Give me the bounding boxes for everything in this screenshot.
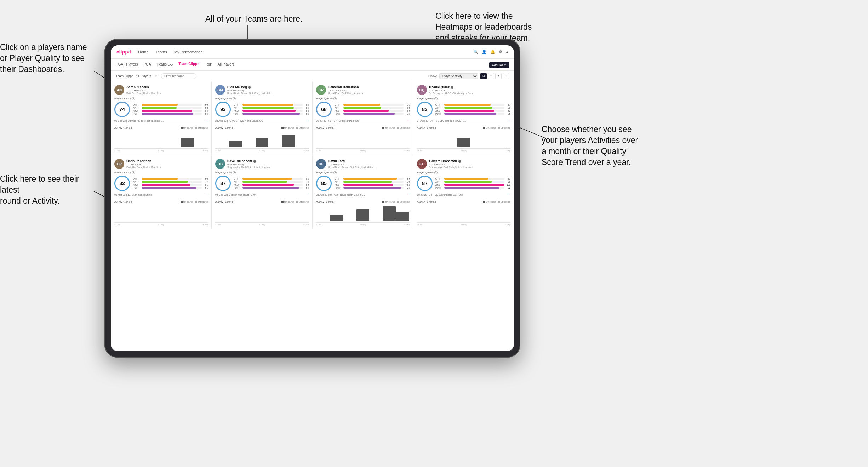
- player-name[interactable]: Aaron Nicholls: [126, 85, 208, 89]
- profile-icon[interactable]: 👤: [482, 50, 487, 54]
- bell-icon[interactable]: 🔔: [490, 50, 495, 54]
- quality-score[interactable]: 82: [114, 176, 130, 191]
- settings-icon[interactable]: ⚙: [499, 50, 502, 54]
- player-card: BM Blair McHarg Plus Handicap Royal Nort…: [212, 81, 312, 155]
- latest-round[interactable]: 02 Jul 23 | 59 (+17), Craigillar Park GC…: [316, 119, 410, 124]
- round-arrow[interactable]: →: [407, 193, 410, 197]
- nav-teams[interactable]: Teams: [156, 50, 167, 54]
- latest-round[interactable]: 03 Mar 23 | 19, Must make putting →: [114, 193, 208, 198]
- round-arrow[interactable]: →: [508, 119, 510, 123]
- activity-label: Activity · 1 Month: [114, 126, 133, 129]
- chart-dates: 31 Jul 21 Aug 4 Sep: [417, 149, 510, 152]
- round-arrow[interactable]: →: [306, 193, 309, 197]
- player-name[interactable]: Cameron Robertson: [328, 85, 410, 89]
- quality-label: Player Quality ?: [215, 171, 309, 174]
- player-name[interactable]: David Ford: [328, 159, 410, 163]
- filter-input[interactable]: [161, 73, 196, 79]
- player-card: AN Aaron Nicholls 11-15 Handicap Drift G…: [111, 81, 211, 155]
- chart-area: [114, 131, 208, 149]
- player-name[interactable]: Chris Robertson: [126, 159, 208, 163]
- chart-bars: [417, 131, 510, 147]
- tab-hcaps[interactable]: Hcaps 1-5: [157, 62, 173, 67]
- list-view-button[interactable]: ≡: [488, 73, 494, 79]
- round-arrow[interactable]: →: [205, 193, 208, 197]
- latest-round[interactable]: 02 Sep 23 | Sunrise round to get back in…: [114, 119, 208, 124]
- show-select[interactable]: Player Activity Quality Score Trend: [439, 73, 478, 79]
- latest-round[interactable]: 26 Aug 23 | 73 (+1), Royal North Devon G…: [215, 119, 309, 124]
- latest-round[interactable]: 04 Sep 23 | Mobility with coach, Gym →: [215, 193, 309, 198]
- search-icon[interactable]: 🔍: [473, 50, 478, 54]
- stats-list: OTT 89 APP 80 ARG 83 PUTT 96: [335, 177, 410, 189]
- quality-label: Player Quality ?: [114, 171, 208, 174]
- annotation-left-bottom: Click here to see their latestround or A…: [0, 173, 96, 206]
- grid-view-button[interactable]: ⊞: [480, 73, 487, 79]
- legend-on-course: On course: [483, 127, 496, 129]
- tab-all-players[interactable]: All Players: [218, 62, 234, 67]
- player-name[interactable]: Blair McHarg: [227, 85, 309, 89]
- latest-round[interactable]: 07 Aug 23 | 77 (+7), St George's Hill GC…: [417, 119, 510, 124]
- quality-section: 93 OTT 84 APP 85 ARG 88 PUTT 95: [215, 102, 309, 117]
- latest-round[interactable]: 26 Aug 23 | 84 (+12), Royal North Devon …: [316, 193, 410, 198]
- legend-off-course: Off course: [397, 127, 410, 129]
- filter-button[interactable]: ▼: [495, 73, 502, 79]
- quality-score[interactable]: 68: [316, 102, 332, 117]
- tab-tour[interactable]: Tour: [205, 62, 212, 67]
- quality-score[interactable]: 93: [215, 102, 231, 117]
- stats-list: OTT 82 APP 74 ARG 85 PUTT 94: [234, 177, 309, 189]
- stat-row-arg: ARG 81: [133, 183, 208, 186]
- stat-row-putt: PUTT 85: [133, 113, 208, 115]
- quality-label: Player Quality ?: [316, 97, 410, 100]
- tab-team-clippd[interactable]: Team Clippd: [178, 62, 199, 67]
- player-header: DB Dave Billingham Plus Handicap Sag Mag…: [215, 159, 309, 169]
- ipad-frame: clippd Home Teams My Performance 🔍 👤 🔔 ⚙…: [104, 39, 520, 358]
- quality-score[interactable]: 85: [316, 176, 332, 191]
- tab-pgat[interactable]: PGAT Players: [116, 62, 138, 67]
- tab-pga[interactable]: PGA: [143, 62, 151, 67]
- stat-row-app: APP 80: [435, 107, 510, 109]
- quality-score[interactable]: 83: [417, 102, 433, 117]
- player-name[interactable]: Edward Crossman: [429, 159, 510, 163]
- sort-button[interactable]: ↕: [503, 73, 509, 79]
- quality-label: Player Quality ?: [417, 171, 510, 174]
- chart-area: [417, 131, 510, 149]
- quality-label: Player Quality ?: [114, 97, 208, 100]
- player-name[interactable]: Dave Billingham: [227, 159, 309, 163]
- chart-area: [215, 131, 309, 149]
- quality-section: 85 OTT 89 APP 80 ARG 83 PUTT 96: [316, 176, 410, 191]
- activity-section: Activity · 1 Month On course Off course: [417, 200, 510, 226]
- chart-area: [114, 205, 208, 223]
- player-club: Sunningdale Golf Club, United Kingdom: [429, 166, 510, 169]
- annotation-left-top: Click on a players nameor Player Quality…: [0, 42, 92, 75]
- stats-list: OTT 60 APP 77 ARG 81 PUTT 91: [133, 177, 208, 189]
- player-handicap: Plus Handicap: [227, 163, 309, 166]
- quality-score[interactable]: 87: [215, 176, 231, 191]
- latest-round[interactable]: 18 Jul 23 | 74 (+3), Sunningdale GC - Ol…: [417, 193, 510, 198]
- nav-my-performance[interactable]: My Performance: [174, 50, 203, 54]
- legend-on-course: On course: [382, 201, 395, 203]
- chart-dates: 31 Jul 21 Aug 4 Sep: [316, 223, 410, 226]
- round-arrow[interactable]: →: [407, 119, 410, 123]
- player-info: Charlie Quick 6-10 Handicap St. George's…: [429, 85, 510, 95]
- player-name[interactable]: Charlie Quick: [429, 85, 510, 89]
- quality-section: 74 OTT 60 APP 58 ARG 84 PUTT 85: [114, 102, 208, 117]
- round-arrow[interactable]: →: [306, 119, 309, 123]
- activity-section: Activity · 1 Month On course Off course: [114, 126, 208, 152]
- stat-row-putt: PUTT 96: [335, 187, 410, 189]
- activity-section: Activity · 1 Month On course Off course: [215, 200, 309, 226]
- nav-home[interactable]: Home: [138, 50, 148, 54]
- avatar-icon[interactable]: ●: [506, 50, 508, 54]
- chart-bars: [417, 205, 510, 221]
- activity-legend: On course Off course: [281, 127, 309, 129]
- round-arrow[interactable]: →: [205, 119, 208, 123]
- nav-bar: clippd Home Teams My Performance 🔍 👤 🔔 ⚙…: [111, 45, 514, 59]
- edit-icon[interactable]: ✏: [155, 74, 158, 78]
- add-team-button[interactable]: Add Team: [489, 62, 509, 68]
- player-avatar: DB: [215, 159, 225, 169]
- chart-area: [417, 205, 510, 223]
- round-arrow[interactable]: →: [508, 193, 510, 197]
- quality-score[interactable]: 87: [417, 176, 433, 191]
- activity-section: Activity · 1 Month On course Off course: [114, 200, 208, 226]
- quality-score[interactable]: 74: [114, 102, 130, 117]
- stats-list: OTT 60 APP 58 ARG 84 PUTT 85: [133, 103, 208, 115]
- stat-row-ott: OTT 82: [234, 177, 309, 180]
